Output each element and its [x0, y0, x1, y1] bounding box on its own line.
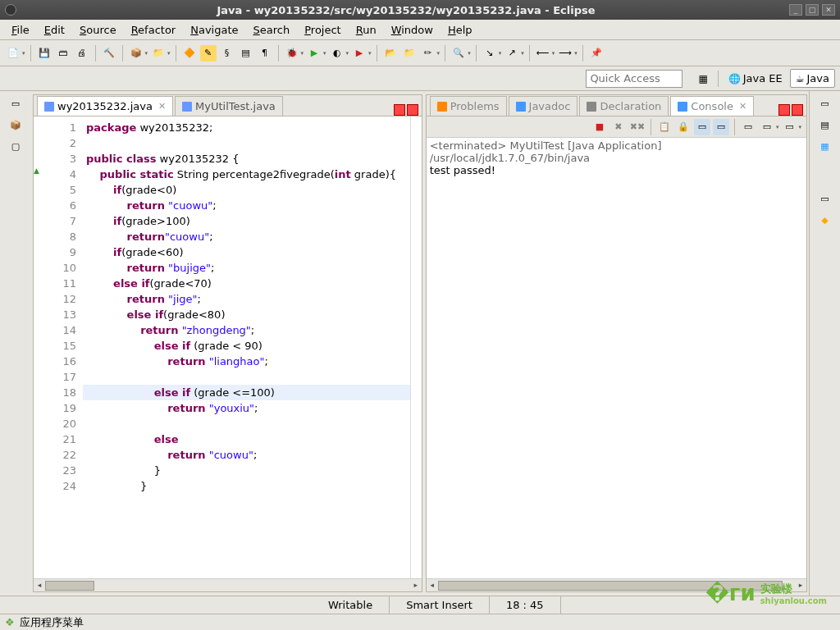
debug-button[interactable]: 🐞 — [284, 45, 300, 62]
left-trim: ▭ 📦 ▢ — [0, 91, 31, 596]
package-explorer-icon[interactable]: 📦 — [8, 117, 23, 132]
menu-navigate[interactable]: Navigate — [184, 21, 244, 39]
remove-launch-button[interactable]: ✖ — [610, 119, 627, 135]
editor-minimize-button[interactable] — [394, 104, 405, 116]
view-tab-console[interactable]: Console✕ — [670, 96, 754, 116]
menu-help[interactable]: Help — [441, 21, 479, 39]
console-toolbar: ■ ✖ ✖✖ 📋 🔒 ▭ ▭ ▭ ▭▾ ▭▾ — [427, 116, 806, 138]
menu-source[interactable]: Source — [73, 21, 123, 39]
quick-access-input[interactable] — [586, 70, 682, 88]
menu-refactor[interactable]: Refactor — [125, 21, 183, 39]
close-icon[interactable]: ✕ — [158, 101, 166, 112]
window-title: Java - wy20135232/src/wy20135232/wy20135… — [23, 4, 789, 16]
outline-icon[interactable]: ▦ — [818, 139, 833, 153]
toggle-mark-button[interactable]: ✎ — [200, 45, 217, 62]
status-insert-mode: Smart Insert — [390, 596, 490, 614]
overview-ruler[interactable] — [410, 116, 422, 578]
restore-right-icon[interactable]: ▭ — [818, 96, 833, 111]
console-maximize-button[interactable] — [792, 104, 803, 116]
console-tabs: ProblemsJavadocDeclarationConsole✕ — [427, 95, 806, 116]
console-output[interactable]: <terminated> MyUtilTest [Java Applicatio… — [427, 138, 806, 578]
toggle-block-button[interactable]: ▤ — [238, 45, 254, 62]
new-annotation-button[interactable]: ✏ — [420, 45, 436, 62]
console-minimize-button[interactable] — [778, 104, 790, 116]
new-project-button[interactable]: 📂 — [382, 45, 399, 62]
editor-tab-0[interactable]: wy20135232.java✕ — [37, 96, 173, 116]
print-button[interactable]: 🖨 — [74, 45, 90, 62]
status-cursor-pos: 18 : 45 — [490, 596, 561, 614]
toggle-breadcrumb-button[interactable]: § — [219, 45, 235, 62]
new-console-button[interactable]: ▭ — [781, 119, 797, 135]
editor-maximize-button[interactable] — [407, 104, 418, 116]
menu-project[interactable]: Project — [298, 21, 348, 39]
remove-all-button[interactable]: ✖✖ — [629, 119, 646, 135]
new-java-button[interactable]: 📦 — [128, 45, 144, 62]
close-icon[interactable]: ✕ — [739, 101, 746, 112]
outline2-icon[interactable]: ◆ — [818, 212, 833, 227]
restore-right2-icon[interactable]: ▭ — [818, 191, 833, 206]
editor-pane: wy20135232.java✕MyUtilTest.java ▲ 123456… — [33, 94, 422, 592]
open-console-button[interactable]: ▭ — [759, 119, 775, 135]
pin-console-button[interactable]: ▭ — [713, 119, 729, 135]
perspective-javaee[interactable]: 🌐 Java EE — [723, 69, 788, 88]
status-writable: Writable — [312, 596, 390, 614]
main-toolbar: 📄▾ 💾 🗃 🖨 🔨 📦▾ 📁▾ 🔶 ✎ § ▤ ¶ 🐞▾ ▶▾ ◐▾ ▶▾ 📂… — [0, 40, 840, 66]
new-folder-button[interactable]: 📁 — [401, 45, 418, 62]
window-titlebar: Java - wy20135232/src/wy20135232/wy20135… — [0, 0, 840, 20]
run-button[interactable]: ▶ — [306, 45, 322, 62]
clear-console-button[interactable]: 📋 — [656, 119, 673, 135]
menu-search[interactable]: Search — [247, 21, 297, 39]
restore-view-icon[interactable]: ▭ — [8, 96, 23, 111]
back-button[interactable]: ⟵ — [535, 45, 551, 62]
new-button[interactable]: 📄 — [5, 45, 21, 62]
maximize-button[interactable]: □ — [806, 4, 819, 16]
perspective-java[interactable]: ☕ Java — [790, 69, 835, 88]
os-taskbar: ❖ 应用程序菜单 — [0, 614, 840, 630]
console-header: <terminated> MyUtilTest [Java Applicatio… — [430, 139, 803, 164]
show-whitespace-button[interactable]: ¶ — [257, 45, 273, 62]
menubar: FileEditSourceRefactorNavigateSearchProj… — [0, 20, 840, 40]
pin-button[interactable]: 📌 — [588, 45, 605, 62]
new-package-button[interactable]: 📁 — [150, 45, 167, 62]
app-menu-button[interactable]: 应用程序菜单 — [20, 615, 84, 630]
prev-annotation-button[interactable]: ↗ — [504, 45, 520, 62]
console-h-scrollbar[interactable]: ◂▸ — [427, 578, 806, 591]
problems-icon — [437, 102, 447, 112]
code-editor[interactable]: ▲ 12345678910111213141516171819202122232… — [34, 116, 422, 578]
leaf-icon: ❖ — [5, 616, 15, 628]
next-annotation-button[interactable]: ↘ — [482, 45, 498, 62]
app-icon — [5, 4, 16, 16]
display-selected-button[interactable]: ▭ — [740, 119, 756, 135]
open-perspective-button[interactable]: ▦ — [692, 70, 713, 88]
coverage-button[interactable]: ◐ — [329, 45, 345, 62]
forward-button[interactable]: ⟶ — [557, 45, 573, 62]
run-last-button[interactable]: ▶ — [351, 45, 368, 62]
console-pane: ProblemsJavadocDeclarationConsole✕ ■ ✖ ✖… — [426, 94, 807, 592]
hierarchy-icon[interactable]: ▢ — [8, 139, 23, 153]
right-trim: ▭ ▤ ▦ ▭ ◆ — [809, 91, 840, 596]
show-console-button[interactable]: ▭ — [694, 119, 710, 135]
minimize-button[interactable]: _ — [789, 4, 802, 16]
perspective-bar: ▦ 🌐 Java EE ☕ Java — [0, 66, 840, 91]
save-all-button[interactable]: 🗃 — [55, 45, 71, 62]
view-tab-javadoc[interactable]: Javadoc — [509, 96, 578, 116]
editor-tabs: wy20135232.java✕MyUtilTest.java — [34, 95, 422, 116]
editor-tab-1[interactable]: MyUtilTest.java — [175, 96, 283, 116]
search-button[interactable]: 🔍 — [450, 45, 467, 62]
editor-h-scrollbar[interactable]: ◂▸ — [34, 578, 422, 591]
menu-file[interactable]: File — [5, 21, 36, 39]
view-tab-declaration[interactable]: Declaration — [579, 96, 669, 116]
build-button[interactable]: 🔨 — [101, 45, 117, 62]
save-button[interactable]: 💾 — [36, 45, 52, 62]
task-list-icon[interactable]: ▤ — [818, 117, 833, 132]
scroll-lock-button[interactable]: 🔒 — [675, 119, 692, 135]
terminate-button[interactable]: ■ — [591, 119, 608, 135]
view-tab-problems[interactable]: Problems — [430, 96, 507, 116]
menu-window[interactable]: Window — [385, 21, 440, 39]
menu-run[interactable]: Run — [349, 21, 383, 39]
open-type-button[interactable]: 🔶 — [181, 45, 198, 62]
menu-edit[interactable]: Edit — [38, 21, 71, 39]
javadoc-icon — [516, 102, 526, 112]
close-button[interactable]: ✕ — [822, 4, 835, 16]
console-icon — [678, 102, 687, 112]
